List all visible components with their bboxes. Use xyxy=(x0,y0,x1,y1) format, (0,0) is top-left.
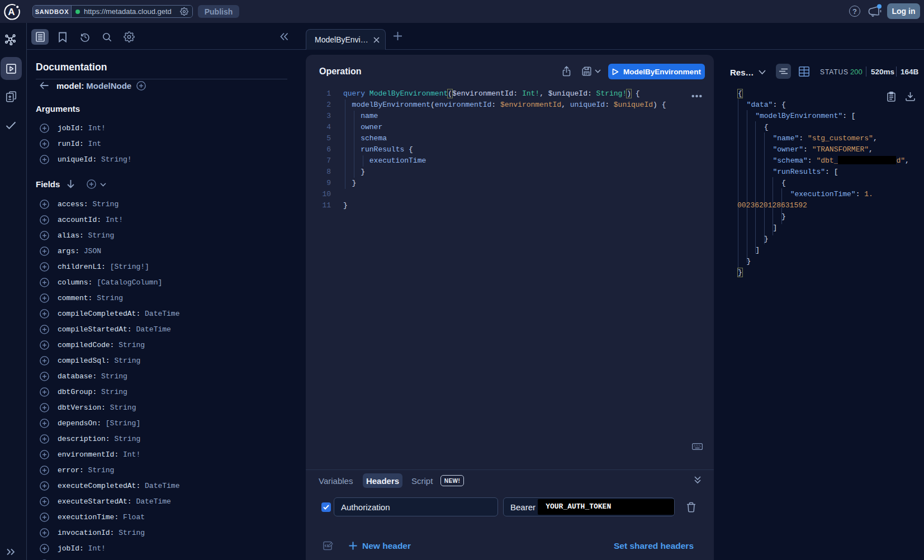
svg-text:A: A xyxy=(8,7,15,17)
